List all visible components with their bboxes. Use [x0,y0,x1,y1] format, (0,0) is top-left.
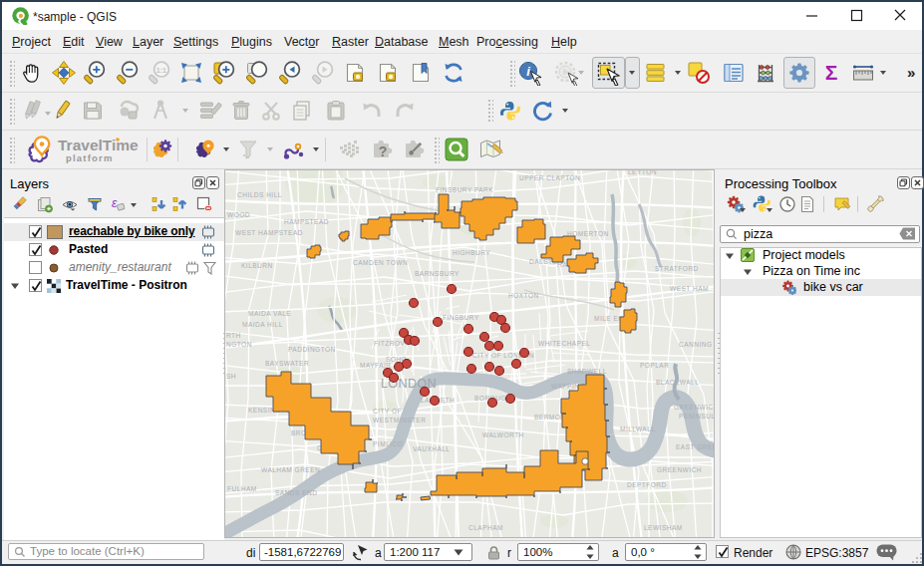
svg-text:EAST GREENW: EAST GREENW [676,443,714,450]
svg-text:PENINSULA: PENINSULA [679,413,714,420]
svg-text:LEYTON: LEYTON [628,170,657,175]
svg-text:PADDINGTON: PADDINGTON [288,346,336,353]
svg-text:SH: SH [226,373,236,380]
svg-text:i: i [526,64,530,79]
svg-text:MAIDA VALE: MAIDA VALE [248,310,291,317]
svg-text:HIGHBURY: HIGHBURY [453,249,490,256]
svg-text:POPLAR: POPLAR [640,362,669,369]
svg-text:MAYFAIR: MAYFAIR [360,362,392,369]
svg-text:HAMPSTEAD: HAMPSTEAD [284,218,329,225]
svg-text:1:1: 1:1 [156,67,166,74]
svg-text:BARNSBURY: BARNSBURY [415,270,460,277]
svg-text:GREENWICH: GREENWICH [657,466,702,473]
svg-text:MILLWALL: MILLWALL [620,425,655,432]
svg-text:FINSBURY PARK: FINSBURY PARK [436,186,493,193]
svg-text:ε: ε [112,196,118,210]
svg-text:MAIDA HILL: MAIDA HILL [242,321,283,328]
svg-text:STRATFORD: STRATFORD [655,265,699,272]
svg-text:KILBURN: KILBURN [241,262,273,269]
svg-text:PIMLICO: PIMLICO [373,440,403,447]
svg-text:BAYSWATER: BAYSWATER [265,360,309,367]
svg-text:BLACKWALL: BLACKWALL [656,379,699,386]
svg-text:CAMDEN TOWN: CAMDEN TOWN [353,259,408,266]
svg-text:WALWORTH: WALWORTH [482,431,524,438]
svg-text:WEST HAM: WEST HAM [670,285,709,292]
svg-text:CHILDS HILL: CHILDS HILL [237,191,282,198]
svg-text:Σ: Σ [825,61,838,84]
svg-text:FINSBURY: FINSBURY [443,314,479,321]
svg-text:UPPER CLAPTON: UPPER CLAPTON [519,174,580,181]
svg-text:WHITECHAPEL: WHITECHAPEL [538,340,590,347]
svg-text:WALHAM GREEN: WALHAM GREEN [261,466,320,473]
svg-text:CANNING T: CANNING T [679,341,714,348]
svg-text:LEWISHAM: LEWISHAM [644,524,683,531]
svg-text:NGTON: NGTON [226,341,252,348]
svg-text:RTH: RTH [226,332,241,339]
svg-text:WEST HAMPSTEAD: WEST HAMPSTEAD [235,229,303,236]
svg-text:SANDS END: SANDS END [275,489,317,496]
svg-text:DEPTFORD: DEPTFORD [627,481,667,488]
svg-text:CITY OF: CITY OF [373,408,402,415]
svg-text:WESTMINSTER: WESTMINSTER [373,417,427,424]
svg-text:SHADWELL: SHADWELL [567,368,607,375]
svg-text:FULHAM: FULHAM [227,485,257,492]
svg-text:HOXTON: HOXTON [508,292,539,299]
svg-text:GREENWICH: GREENWICH [674,404,714,411]
svg-text:?: ? [379,143,388,159]
svg-text:VAUXHALL: VAUXHALL [413,445,450,452]
svg-text:WOOD: WOOD [227,211,250,218]
svg-text:CLAPHAM: CLAPHAM [468,524,503,531]
